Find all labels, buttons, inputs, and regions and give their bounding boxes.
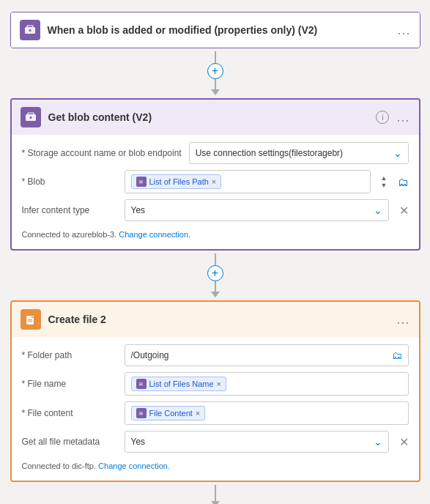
storage-label: * Storage account name or blob endpoint — [22, 148, 182, 158]
blob-tag: ≋ List of Files Path × — [131, 174, 222, 189]
trigger-header: When a blob is added or modified (proper… — [11, 12, 420, 48]
filename-label: * File name — [22, 379, 117, 389]
create-file-icon — [21, 309, 41, 330]
blob-connected-label: Connected to azureblob-3. — [22, 230, 117, 239]
filename-tag: ≋ List of Files Name × — [131, 377, 226, 391]
get-blob-header: Get blob content (V2) i ... — [12, 100, 419, 135]
connector-arrow-1 — [211, 89, 220, 95]
create-file-header: Create file 2 ... — [12, 302, 419, 337]
get-blob-icon — [21, 107, 41, 127]
filecontent-field-row: * File content ≋ File Content × — [22, 401, 409, 425]
folder-browse-icon[interactable]: 🗂 — [392, 349, 402, 361]
filecontent-label: * File content — [22, 408, 117, 418]
connector-line-3 — [215, 485, 216, 503]
connector-line-2 — [215, 253, 216, 265]
blob-updown: ▲ ▼ — [381, 174, 388, 189]
blob-field-row: * Blob ≋ List of Files Path × ▲ ▼ 🗂 — [22, 170, 409, 193]
filename-tag-close[interactable]: × — [217, 379, 221, 388]
metadata-field-row: Get all file metadata Yes ⌄ ✕ — [22, 431, 409, 453]
blob-tag-icon: ≋ — [136, 177, 147, 187]
storage-dropdown-arrow[interactable]: ⌄ — [393, 147, 402, 159]
filename-tag-icon: ≋ — [136, 379, 147, 389]
flow-container: When a blob is added or modified (proper… — [10, 12, 420, 504]
create-file-card: Create file 2 ... * Folder path /Outgoin… — [10, 300, 420, 482]
storage-value-text: Use connection settings(filestoragebr) — [196, 148, 343, 158]
trigger-icon — [20, 20, 40, 40]
infer-remove-button[interactable]: ✕ — [399, 204, 409, 218]
infer-field-row: Infer content type Yes ⌄ ✕ — [22, 199, 409, 221]
filecontent-tag: ≋ File Content × — [131, 406, 206, 420]
create-connected-text: Connected to dic-ftp. Change connection. — [22, 462, 409, 470]
connector-3 — [211, 485, 220, 504]
metadata-value-text: Yes — [131, 437, 146, 447]
connector-arrow-3 — [211, 501, 220, 504]
storage-value-field[interactable]: Use connection settings(filestoragebr) ⌄ — [189, 142, 409, 164]
svg-rect-5 — [28, 319, 32, 320]
blob-connected-text: Connected to azureblob-3. Change connect… — [22, 230, 409, 239]
metadata-label: Get all file metadata — [22, 437, 117, 447]
get-blob-body: * Storage account name or blob endpoint … — [12, 135, 419, 249]
storage-field-row: * Storage account name or blob endpoint … — [22, 142, 409, 164]
blob-change-connection-link[interactable]: Change connection. — [119, 230, 190, 239]
infer-value-text: Yes — [131, 205, 146, 215]
filecontent-tag-text: File Content — [149, 409, 193, 418]
connector-line-1 — [215, 51, 216, 63]
add-step-button-2[interactable]: + — [207, 265, 223, 281]
blob-tag-close[interactable]: × — [212, 177, 216, 186]
folder-value-field[interactable]: /Outgoing 🗂 — [125, 344, 409, 366]
blob-label: * Blob — [22, 177, 117, 187]
connector-arrow-2 — [211, 292, 220, 297]
infer-value-field[interactable]: Yes ⌄ — [125, 199, 389, 221]
trigger-title: When a blob is added or modified (proper… — [48, 24, 390, 36]
get-blob-info-icon[interactable]: i — [376, 111, 389, 124]
connector-2: + — [207, 253, 223, 297]
infer-dropdown-arrow[interactable]: ⌄ — [374, 204, 382, 216]
blob-tag-text: List of Files Path — [149, 177, 209, 186]
filecontent-tag-close[interactable]: × — [196, 409, 200, 418]
trigger-menu-button[interactable]: ... — [397, 23, 410, 38]
svg-point-1 — [29, 29, 31, 32]
filename-field-row: * File name ≋ List of Files Name × — [22, 372, 409, 396]
connector-1: + — [207, 51, 223, 95]
folder-value-text: /Outgoing — [131, 350, 169, 360]
blob-folder-icon[interactable]: 🗂 — [398, 176, 409, 188]
metadata-value-field[interactable]: Yes ⌄ — [125, 431, 389, 453]
get-blob-card: Get blob content (V2) i ... * Storage ac… — [10, 98, 420, 251]
create-file-title: Create file 2 — [48, 314, 390, 325]
svg-point-3 — [29, 116, 31, 119]
filename-tag-text: List of Files Name — [149, 379, 214, 388]
infer-label: Infer content type — [22, 205, 117, 215]
create-connected-label: Connected to dic-ftp. — [22, 462, 97, 470]
get-blob-menu-button[interactable]: ... — [396, 110, 409, 125]
create-file-menu-button[interactable]: ... — [396, 312, 409, 327]
filename-value-field[interactable]: ≋ List of Files Name × — [125, 372, 409, 396]
folder-label: * Folder path — [22, 350, 117, 360]
blob-up-arrow[interactable]: ▲ — [381, 174, 388, 182]
blob-down-arrow[interactable]: ▼ — [381, 182, 388, 189]
create-change-connection-link[interactable]: Change connection. — [98, 462, 170, 470]
metadata-dropdown-arrow[interactable]: ⌄ — [374, 436, 382, 448]
blob-value-field[interactable]: ≋ List of Files Path × — [125, 170, 371, 193]
metadata-remove-button[interactable]: ✕ — [399, 435, 409, 449]
add-step-button-1[interactable]: + — [207, 63, 223, 79]
filecontent-tag-icon: ≋ — [136, 408, 147, 418]
get-blob-title: Get blob content (V2) — [48, 111, 369, 123]
folder-field-row: * Folder path /Outgoing 🗂 — [22, 344, 409, 366]
svg-rect-6 — [28, 321, 32, 322]
filecontent-value-field[interactable]: ≋ File Content × — [125, 401, 409, 425]
trigger-card: When a blob is added or modified (proper… — [10, 12, 420, 48]
create-file-body: * Folder path /Outgoing 🗂 * File name ≋ … — [12, 337, 419, 481]
